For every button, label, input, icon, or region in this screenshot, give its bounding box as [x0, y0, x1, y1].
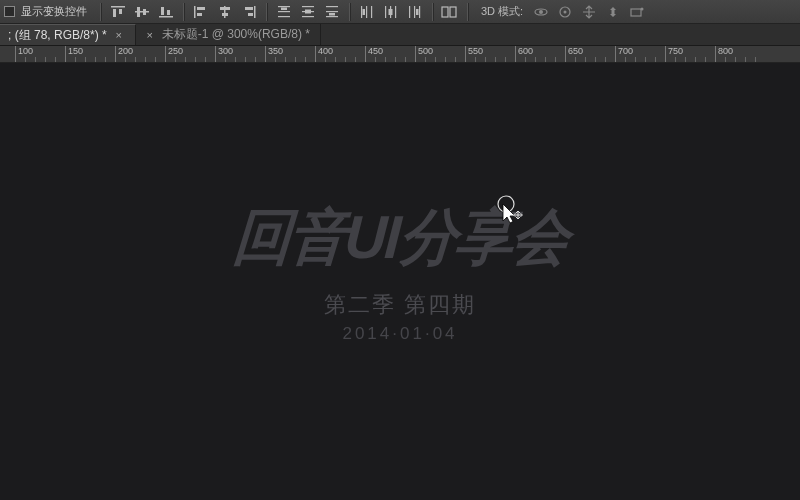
svg-rect-15: [254, 6, 256, 18]
3d-pan-icon[interactable]: [579, 3, 599, 21]
3d-roll-icon[interactable]: [555, 3, 575, 21]
show-transform-checkbox[interactable]: [4, 6, 15, 17]
svg-rect-14: [222, 13, 228, 16]
distribute-bottom-edges-icon[interactable]: [322, 3, 342, 21]
svg-rect-24: [302, 16, 314, 17]
svg-point-45: [539, 10, 543, 14]
artwork-title: 回音UI分享会: [231, 207, 569, 268]
svg-rect-43: [450, 7, 456, 17]
tab-title: 未标题-1 @ 300%(RGB/8) *: [162, 26, 310, 43]
svg-rect-4: [137, 7, 140, 17]
svg-rect-33: [363, 9, 366, 15]
svg-rect-41: [416, 9, 419, 15]
auto-align-layers-icon[interactable]: [440, 3, 460, 21]
canvas[interactable]: 回音UI分享会 第二季 第四期 2014·01·04: [0, 63, 800, 500]
document-tabs-bar: ; (组 78, RGB/8*) * × × 未标题-1 @ 300%(RGB/…: [0, 24, 800, 46]
svg-rect-28: [326, 16, 338, 17]
svg-rect-21: [281, 7, 287, 10]
options-bar: 显示变换控件 3D 模式:: [0, 0, 800, 24]
svg-rect-25: [305, 9, 311, 13]
svg-rect-31: [366, 6, 367, 18]
svg-rect-27: [326, 11, 338, 12]
align-right-edges-icon[interactable]: [239, 3, 259, 21]
distribute-left-edges-icon[interactable]: [357, 3, 377, 21]
svg-rect-40: [419, 6, 420, 18]
artwork-date: 2014·01·04: [342, 324, 457, 344]
tab-close-icon[interactable]: ×: [113, 29, 125, 41]
align-left-edges-icon[interactable]: [191, 3, 211, 21]
svg-point-47: [564, 10, 567, 13]
distribute-top-edges-icon[interactable]: [274, 3, 294, 21]
svg-rect-9: [194, 6, 196, 18]
mode-3d-label: 3D 模式:: [481, 4, 523, 19]
svg-rect-6: [159, 16, 173, 18]
svg-rect-30: [361, 6, 362, 18]
svg-rect-48: [631, 9, 641, 16]
svg-rect-22: [302, 6, 314, 7]
svg-rect-16: [245, 7, 253, 10]
align-vertical-centers-icon[interactable]: [132, 3, 152, 21]
svg-rect-7: [161, 7, 164, 15]
3d-scale-icon[interactable]: [627, 3, 647, 21]
svg-rect-0: [111, 6, 125, 8]
3d-slide-icon[interactable]: [603, 3, 623, 21]
svg-rect-34: [385, 6, 386, 18]
svg-point-49: [641, 7, 644, 10]
svg-rect-8: [167, 10, 170, 15]
svg-rect-29: [329, 13, 335, 16]
artwork-subtitle: 第二季 第四期: [324, 290, 476, 320]
horizontal-ruler[interactable]: 1001502002503003504004505005506006507007…: [0, 46, 800, 63]
align-bottom-edges-icon[interactable]: [156, 3, 176, 21]
separator: [266, 3, 267, 21]
svg-rect-42: [442, 7, 448, 17]
document-tab[interactable]: × 未标题-1 @ 300%(RGB/8) *: [136, 24, 321, 45]
svg-rect-32: [371, 6, 372, 18]
svg-rect-26: [326, 6, 338, 7]
svg-rect-11: [197, 13, 202, 16]
separator: [432, 3, 433, 21]
separator: [467, 3, 468, 21]
svg-rect-10: [197, 7, 205, 10]
separator: [100, 3, 101, 21]
show-transform-label: 显示变换控件: [21, 4, 87, 19]
svg-rect-2: [119, 9, 122, 14]
svg-rect-5: [143, 9, 146, 15]
svg-rect-38: [409, 6, 410, 18]
svg-rect-39: [414, 6, 415, 18]
svg-rect-36: [395, 6, 396, 18]
svg-rect-13: [220, 7, 230, 10]
align-top-edges-icon[interactable]: [108, 3, 128, 21]
svg-rect-19: [278, 11, 290, 12]
tab-title: ; (组 78, RGB/8*) *: [8, 27, 107, 44]
distribute-horizontal-centers-icon[interactable]: [381, 3, 401, 21]
distribute-right-edges-icon[interactable]: [405, 3, 425, 21]
distribute-vertical-centers-icon[interactable]: [298, 3, 318, 21]
tab-close-icon[interactable]: ×: [144, 29, 156, 41]
svg-rect-18: [278, 6, 290, 7]
svg-rect-1: [113, 9, 116, 17]
3d-orbit-icon[interactable]: [531, 3, 551, 21]
svg-rect-37: [389, 9, 393, 15]
separator: [349, 3, 350, 21]
canvas-area: 回音UI分享会 第二季 第四期 2014·01·04: [0, 63, 800, 500]
document-tab[interactable]: ; (组 78, RGB/8*) * ×: [0, 24, 136, 45]
align-horizontal-centers-icon[interactable]: [215, 3, 235, 21]
svg-rect-20: [278, 16, 290, 17]
separator: [183, 3, 184, 21]
svg-rect-17: [248, 13, 253, 16]
